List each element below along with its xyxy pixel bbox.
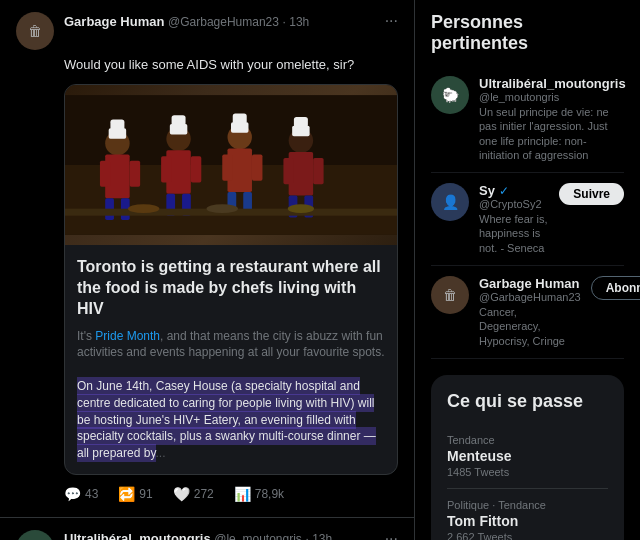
- body-plain: It's: [77, 329, 95, 343]
- person-info: Ultralibéral_moutongris @le_moutongris U…: [479, 76, 626, 162]
- views-action[interactable]: 📊 78,9k: [234, 485, 284, 505]
- person-name: Sy: [479, 183, 495, 198]
- person-info: Garbage Human @GarbageHuman23 Cancer, De…: [479, 276, 581, 348]
- trend-category: Tendance: [447, 434, 608, 446]
- fade-text: ...: [156, 446, 166, 460]
- person-name: Garbage Human: [479, 276, 579, 291]
- trending-title: Ce qui se passe: [447, 391, 608, 412]
- trend-count: 2 662 Tweets: [447, 531, 608, 540]
- tweet-more-button[interactable]: ···: [385, 12, 398, 30]
- tweet-handle: @le_moutongris: [214, 532, 302, 540]
- trend-count: 1485 Tweets: [447, 466, 608, 478]
- person-info: Sy ✓ @CryptoSy2 Where fear is, happiness…: [479, 183, 549, 255]
- trending-section: Ce qui se passe Tendance Menteuse 1485 T…: [431, 375, 624, 540]
- purple-text: On June 14th, Casey House (a specialty h…: [77, 377, 376, 462]
- person-bio: Where fear is, happiness is not. - Senec…: [479, 212, 549, 255]
- avatar: 🐑: [16, 530, 54, 540]
- personnes-title: Personnes pertinentes: [431, 12, 624, 54]
- tweet-feed: 🗑 Garbage Human @GarbageHuman23 · 13h ··…: [0, 0, 415, 540]
- views-icon: 📊: [234, 485, 251, 505]
- person-bio: Cancer, Degeneracy, Hypocrisy, Cringe: [479, 305, 581, 348]
- person-handle: @le_moutongris: [479, 91, 626, 103]
- tweet-time: · 13h: [283, 15, 310, 29]
- tweet-body: Would you like some AIDS with your omele…: [64, 56, 398, 505]
- avatar: 🐑: [431, 76, 469, 114]
- avatar: 🗑: [431, 276, 469, 314]
- like-icon: 🤍: [173, 485, 190, 505]
- trend-item: Politique · Tendance Tom Fitton 2 662 Tw…: [447, 489, 608, 540]
- person-card: 🗑 Garbage Human @GarbageHuman23 Cancer, …: [431, 266, 624, 359]
- avatar: 👤: [431, 183, 469, 221]
- trend-item: Tendance Menteuse 1485 Tweets: [447, 424, 608, 489]
- svg-rect-4: [100, 161, 110, 187]
- like-action[interactable]: 🤍 272: [173, 485, 214, 505]
- svg-point-37: [288, 205, 314, 214]
- right-sidebar: Personnes pertinentes 🐑 Ultralibéral_mou…: [415, 0, 640, 540]
- retweet-action[interactable]: 🔁 91: [118, 485, 152, 505]
- tweet-actions: 💬 43 🔁 91 🤍 272 📊 78,9k: [64, 485, 398, 505]
- tweet-handle: @GarbageHuman23: [168, 15, 279, 29]
- verified-badge: ✓: [499, 184, 509, 198]
- retweet-count: 91: [139, 486, 152, 503]
- person-handle: @CryptoSy2: [479, 198, 549, 210]
- like-count: 272: [194, 486, 214, 503]
- svg-point-36: [207, 205, 238, 214]
- svg-rect-33: [294, 117, 308, 127]
- svg-rect-17: [172, 115, 186, 125]
- body-highlight: Pride Month: [95, 329, 160, 343]
- comment-icon: 💬: [64, 485, 81, 505]
- person-bio: Un seul principe de vie: ne pas initier …: [479, 105, 626, 162]
- tweet-card-headline: Toronto is getting a restaurant where al…: [77, 257, 385, 319]
- svg-rect-25: [233, 114, 247, 124]
- comment-action[interactable]: 💬 43: [64, 485, 98, 505]
- svg-rect-21: [252, 155, 262, 181]
- svg-point-35: [128, 205, 159, 214]
- svg-rect-9: [110, 120, 124, 130]
- svg-rect-13: [191, 156, 201, 182]
- svg-rect-12: [161, 156, 171, 182]
- kitchen-scene: [65, 85, 397, 245]
- tweet-card-text: Toronto is getting a restaurant where al…: [65, 245, 397, 474]
- svg-rect-28: [283, 158, 293, 184]
- trend-name: Tom Fitton: [447, 513, 608, 529]
- tweet-text: Would you like some AIDS with your omele…: [64, 57, 354, 72]
- views-count: 78,9k: [255, 486, 284, 503]
- tweet-item: 🗑 Garbage Human @GarbageHuman23 · 13h ··…: [0, 0, 414, 518]
- svg-rect-20: [222, 155, 232, 181]
- svg-rect-5: [130, 161, 140, 187]
- person-handle: @GarbageHuman23: [479, 291, 581, 303]
- trend-category: Politique · Tendance: [447, 499, 608, 511]
- avatar: 🗑: [16, 12, 54, 50]
- tweet-item: 🐑 Ultralibéral_moutongris @le_moutongris…: [0, 518, 414, 540]
- person-name: Ultralibéral_moutongris: [479, 76, 626, 91]
- tweet-card-image: [65, 85, 397, 245]
- comment-count: 43: [85, 486, 98, 503]
- svg-rect-29: [313, 158, 323, 184]
- tweet-time: · 13h: [305, 532, 332, 540]
- tweet-card-body: It's Pride Month, and that means the cit…: [77, 328, 385, 462]
- person-card: 🐑 Ultralibéral_moutongris @le_moutongris…: [431, 66, 624, 173]
- follow-button[interactable]: Suivre: [559, 183, 624, 205]
- tweet-more-button[interactable]: ···: [385, 530, 398, 540]
- tweet-card[interactable]: Toronto is getting a restaurant where al…: [64, 84, 398, 475]
- abonne-button[interactable]: Abonné: [591, 276, 640, 300]
- person-card: 👤 Sy ✓ @CryptoSy2 Where fear is, happine…: [431, 173, 624, 266]
- retweet-icon: 🔁: [118, 485, 135, 505]
- tweet-meta: Garbage Human @GarbageHuman23 · 13h ···: [64, 12, 398, 30]
- tweet-author: Garbage Human: [64, 14, 164, 29]
- trend-name: Menteuse: [447, 448, 608, 464]
- tweet-meta: Ultralibéral_moutongris @le_moutongris ·…: [64, 530, 398, 540]
- personnes-pertinentes-section: Personnes pertinentes 🐑 Ultralibéral_mou…: [431, 12, 624, 359]
- tweet-author: Ultralibéral_moutongris: [64, 531, 211, 540]
